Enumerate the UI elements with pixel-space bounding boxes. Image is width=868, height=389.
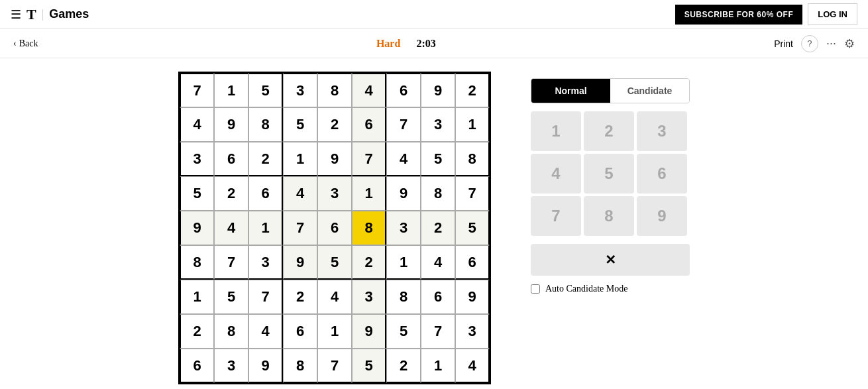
cell-3-7[interactable]: 8: [421, 176, 455, 211]
cell-7-1[interactable]: 8: [214, 314, 248, 349]
cell-4-4[interactable]: 6: [317, 211, 352, 245]
num-key-3[interactable]: 3: [637, 111, 687, 151]
cell-5-5[interactable]: 2: [352, 245, 386, 280]
cell-7-4[interactable]: 1: [317, 314, 352, 349]
num-key-8[interactable]: 8: [584, 196, 634, 236]
cell-2-4[interactable]: 9: [317, 142, 352, 176]
subscribe-button[interactable]: SUBSCRIBE FOR 60% OFF: [675, 5, 803, 25]
cell-5-2[interactable]: 3: [248, 245, 283, 280]
cell-1-4[interactable]: 2: [317, 107, 352, 142]
cell-4-1[interactable]: 4: [214, 211, 248, 245]
cell-2-7[interactable]: 5: [421, 142, 455, 176]
cell-0-1[interactable]: 1: [214, 73, 248, 107]
cell-1-0[interactable]: 4: [180, 107, 214, 142]
cell-1-5[interactable]: 6: [352, 107, 386, 142]
cell-2-1[interactable]: 6: [214, 142, 248, 176]
cell-1-8[interactable]: 1: [455, 107, 490, 142]
cell-6-2[interactable]: 7: [248, 280, 283, 314]
cell-2-6[interactable]: 4: [386, 142, 421, 176]
cell-8-1[interactable]: 3: [214, 349, 248, 383]
cell-7-2[interactable]: 4: [248, 314, 283, 349]
cell-8-0[interactable]: 6: [180, 349, 214, 383]
cell-0-3[interactable]: 3: [283, 73, 317, 107]
cell-5-6[interactable]: 1: [386, 245, 421, 280]
cell-0-0[interactable]: 7: [180, 73, 214, 107]
cell-3-5[interactable]: 1: [352, 176, 386, 211]
cell-6-7[interactable]: 6: [421, 280, 455, 314]
num-key-5[interactable]: 5: [584, 154, 634, 194]
num-key-4[interactable]: 4: [531, 154, 581, 194]
cell-6-8[interactable]: 9: [455, 280, 490, 314]
cell-8-7[interactable]: 1: [421, 349, 455, 383]
cell-1-7[interactable]: 3: [421, 107, 455, 142]
cell-8-6[interactable]: 2: [386, 349, 421, 383]
cell-2-0[interactable]: 3: [180, 142, 214, 176]
cell-0-2[interactable]: 5: [248, 73, 283, 107]
cell-6-0[interactable]: 1: [180, 280, 214, 314]
cell-2-8[interactable]: 8: [455, 142, 490, 176]
cell-7-5[interactable]: 9: [352, 314, 386, 349]
back-button[interactable]: ‹ Back: [13, 38, 38, 49]
sudoku-grid[interactable]: 7153846924985267313621974585264319879417…: [178, 72, 491, 384]
cell-8-3[interactable]: 8: [283, 349, 317, 383]
cell-7-3[interactable]: 6: [283, 314, 317, 349]
candidate-mode-button[interactable]: Candidate: [610, 79, 689, 103]
cell-3-1[interactable]: 2: [214, 176, 248, 211]
print-button[interactable]: Print: [774, 38, 793, 49]
cell-1-3[interactable]: 5: [283, 107, 317, 142]
cell-1-1[interactable]: 9: [214, 107, 248, 142]
cell-3-0[interactable]: 5: [180, 176, 214, 211]
cell-4-6[interactable]: 3: [386, 211, 421, 245]
num-key-2[interactable]: 2: [584, 111, 634, 151]
cell-7-0[interactable]: 2: [180, 314, 214, 349]
num-key-1[interactable]: 1: [531, 111, 581, 151]
help-button[interactable]: ?: [801, 35, 818, 52]
more-button[interactable]: ···: [826, 36, 836, 50]
cell-8-2[interactable]: 9: [248, 349, 283, 383]
cell-8-8[interactable]: 4: [455, 349, 490, 383]
cell-3-4[interactable]: 3: [317, 176, 352, 211]
cell-3-3[interactable]: 4: [283, 176, 317, 211]
cell-6-4[interactable]: 4: [317, 280, 352, 314]
num-key-9[interactable]: 9: [637, 196, 687, 236]
cell-7-6[interactable]: 5: [386, 314, 421, 349]
num-key-7[interactable]: 7: [531, 196, 581, 236]
cell-7-7[interactable]: 7: [421, 314, 455, 349]
cell-0-8[interactable]: 2: [455, 73, 490, 107]
cell-4-3[interactable]: 7: [283, 211, 317, 245]
cell-6-3[interactable]: 2: [283, 280, 317, 314]
cell-0-6[interactable]: 6: [386, 73, 421, 107]
cell-3-8[interactable]: 7: [455, 176, 490, 211]
cell-4-8[interactable]: 5: [455, 211, 490, 245]
num-key-6[interactable]: 6: [637, 154, 687, 194]
cell-6-6[interactable]: 8: [386, 280, 421, 314]
cell-4-7[interactable]: 2: [421, 211, 455, 245]
settings-button[interactable]: ⚙: [844, 36, 855, 51]
cell-5-0[interactable]: 8: [180, 245, 214, 280]
auto-candidate-checkbox[interactable]: [531, 284, 540, 294]
cell-7-8[interactable]: 3: [455, 314, 490, 349]
cell-8-4[interactable]: 7: [317, 349, 352, 383]
cell-5-7[interactable]: 4: [421, 245, 455, 280]
cell-6-1[interactable]: 5: [214, 280, 248, 314]
cell-0-7[interactable]: 9: [421, 73, 455, 107]
cell-8-5[interactable]: 5: [352, 349, 386, 383]
normal-mode-button[interactable]: Normal: [531, 79, 610, 103]
cell-5-1[interactable]: 7: [214, 245, 248, 280]
cell-2-3[interactable]: 1: [283, 142, 317, 176]
cell-0-4[interactable]: 8: [317, 73, 352, 107]
cell-5-3[interactable]: 9: [283, 245, 317, 280]
cell-6-5[interactable]: 3: [352, 280, 386, 314]
cell-4-2[interactable]: 1: [248, 211, 283, 245]
cell-2-5[interactable]: 7: [352, 142, 386, 176]
cell-5-8[interactable]: 6: [455, 245, 490, 280]
cell-3-2[interactable]: 6: [248, 176, 283, 211]
hamburger-icon[interactable]: ☰: [11, 7, 21, 22]
cell-5-4[interactable]: 5: [317, 245, 352, 280]
cell-4-5[interactable]: 8: [352, 211, 386, 245]
cell-1-6[interactable]: 7: [386, 107, 421, 142]
cell-2-2[interactable]: 2: [248, 142, 283, 176]
login-button[interactable]: LOG IN: [808, 3, 857, 25]
cell-4-0[interactable]: 9: [180, 211, 214, 245]
cell-1-2[interactable]: 8: [248, 107, 283, 142]
